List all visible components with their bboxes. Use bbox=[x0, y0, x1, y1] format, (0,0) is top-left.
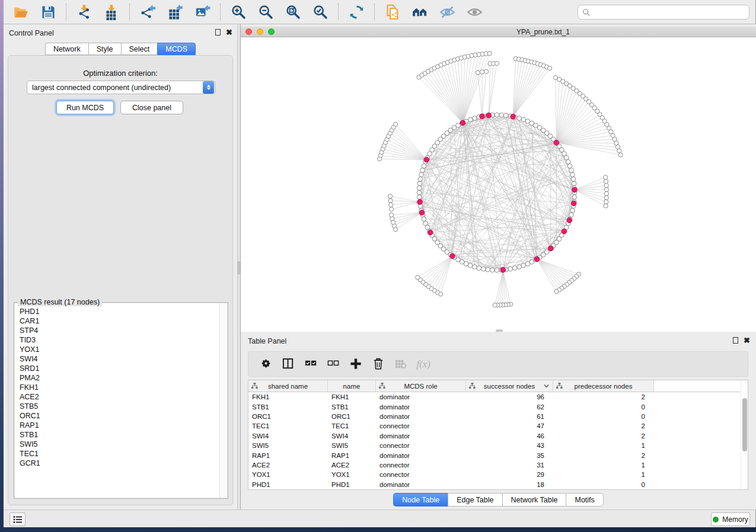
tab-style[interactable]: Style bbox=[88, 43, 121, 55]
result-node-item[interactable]: STB5 bbox=[20, 402, 227, 411]
column-header-predecessor_nodes[interactable]: predecessor nodes bbox=[553, 380, 654, 392]
table-row[interactable]: SWI5SWI5connector431 bbox=[248, 441, 748, 450]
cell-name: TEC1 bbox=[328, 422, 376, 430]
result-node-item[interactable]: PMA2 bbox=[20, 373, 227, 383]
export-network-icon[interactable] bbox=[137, 2, 158, 21]
result-node-item[interactable]: SWI4 bbox=[20, 354, 227, 364]
table-row[interactable]: RAP1RAP1dominator352 bbox=[248, 450, 748, 460]
float-table-panel-icon[interactable] bbox=[733, 337, 738, 344]
task-history-button[interactable] bbox=[9, 512, 25, 526]
mcds-result-title: MCDS result (17 nodes) bbox=[18, 298, 102, 306]
first-neighbors-icon[interactable] bbox=[409, 2, 430, 21]
tab-select[interactable]: Select bbox=[121, 43, 158, 55]
cell-predecessor_nodes: 1 bbox=[553, 442, 654, 449]
import-table-icon[interactable] bbox=[101, 2, 122, 21]
memory-status-icon bbox=[713, 517, 719, 523]
show-all-icon[interactable] bbox=[464, 2, 485, 21]
run-mcds-button[interactable]: Run MCDS bbox=[56, 101, 114, 114]
cell-successor_nodes: 47 bbox=[466, 422, 553, 430]
tab-motifs[interactable]: Motifs bbox=[566, 493, 603, 507]
result-node-item[interactable]: TID3 bbox=[20, 335, 227, 345]
criterion-dropdown[interactable]: largest connected component (undirected) bbox=[27, 81, 215, 94]
zoom-out-icon[interactable] bbox=[255, 2, 276, 21]
window-minimize-light[interactable] bbox=[257, 28, 263, 35]
close-panel-button[interactable]: Close panel bbox=[120, 101, 183, 114]
column-header-shared_name[interactable]: shared name bbox=[248, 380, 328, 392]
result-node-item[interactable]: PHD1 bbox=[20, 307, 227, 316]
cell-predecessor_nodes: 2 bbox=[553, 422, 654, 430]
table-row[interactable]: YOX1YOX1connector291 bbox=[248, 470, 748, 479]
tab-network-table[interactable]: Network Table bbox=[502, 493, 566, 507]
tab-mcds[interactable]: MCDS bbox=[157, 43, 196, 55]
table-scrollbar[interactable] bbox=[741, 380, 748, 489]
result-node-item[interactable]: STP4 bbox=[20, 326, 227, 335]
export-image-icon[interactable] bbox=[192, 2, 213, 21]
window-close-light[interactable] bbox=[245, 28, 252, 35]
node-table: shared namenameMCDS rolesuccessor nodesp… bbox=[248, 380, 748, 490]
result-node-item[interactable]: STB1 bbox=[20, 430, 227, 440]
import-network-icon[interactable] bbox=[74, 2, 95, 21]
table-row[interactable]: ACE2ACE2connector311 bbox=[248, 460, 748, 470]
result-node-item[interactable]: SWI5 bbox=[20, 440, 227, 449]
table-settings-icon[interactable] bbox=[257, 356, 275, 373]
cell-shared_name: SWI5 bbox=[248, 442, 328, 449]
table-row[interactable]: SWI4SWI4dominator462 bbox=[248, 431, 748, 441]
close-table-panel-icon[interactable]: ✖ bbox=[744, 337, 750, 344]
zoom-in-icon[interactable] bbox=[228, 2, 249, 21]
network-view-titlebar: YPA_prune.txt_1 bbox=[241, 27, 756, 37]
table-row[interactable]: ORC1ORC1dominator610 bbox=[248, 412, 748, 421]
add-row-icon[interactable] bbox=[347, 356, 365, 373]
network-canvas[interactable] bbox=[241, 37, 756, 332]
result-node-item[interactable]: GCR1 bbox=[20, 459, 227, 468]
hide-selected-icon[interactable] bbox=[436, 2, 458, 21]
table-row[interactable]: STB1STB1dominator620 bbox=[248, 402, 748, 411]
result-node-item[interactable]: ORC1 bbox=[20, 411, 227, 421]
select-all-icon[interactable] bbox=[302, 356, 320, 373]
table-panel: Table Panel ✖ f(x) shared namenameMCDS r… bbox=[241, 332, 756, 509]
toggle-columns-icon[interactable] bbox=[279, 356, 297, 373]
delete-row-icon[interactable] bbox=[369, 356, 387, 373]
zoom-fit-icon[interactable] bbox=[282, 2, 304, 21]
column-header-successor_nodes[interactable]: successor nodes bbox=[466, 380, 553, 392]
result-node-item[interactable]: TEC1 bbox=[20, 449, 227, 459]
memory-button[interactable]: Memory bbox=[711, 512, 750, 526]
result-node-item[interactable]: SRD1 bbox=[20, 364, 227, 373]
cell-name: SWI4 bbox=[328, 432, 376, 440]
table-row[interactable]: PHD1PHD1dominator180 bbox=[248, 480, 748, 489]
table-scrollbar-thumb[interactable] bbox=[742, 398, 747, 451]
result-node-item[interactable]: ACE2 bbox=[20, 392, 227, 402]
duplicate-network-icon[interactable] bbox=[382, 2, 403, 21]
app-window: Control Panel ✖ NetworkStyleSelectMCDS O… bbox=[4, 0, 756, 527]
result-node-item[interactable]: FKH1 bbox=[20, 383, 227, 392]
open-session-icon[interactable] bbox=[10, 2, 31, 21]
apply-function-icon: f(x) bbox=[414, 356, 432, 373]
export-table-icon[interactable] bbox=[164, 2, 186, 21]
result-node-item[interactable]: YOX1 bbox=[20, 345, 227, 354]
tab-network[interactable]: Network bbox=[45, 43, 88, 55]
mcds-result-list[interactable]: PHD1CAR1STP4TID3YOX1SWI4SRD1PMA2FKH1ACE2… bbox=[15, 303, 227, 498]
search-input[interactable] bbox=[591, 7, 749, 18]
zoom-selected-icon[interactable] bbox=[310, 2, 331, 21]
tab-edge-table[interactable]: Edge Table bbox=[448, 493, 502, 507]
right-area: YPA_prune.txt_1 Table Panel ✖ f(x) share… bbox=[241, 24, 756, 509]
table-row[interactable]: FKH1FKH1dominator962 bbox=[248, 392, 748, 402]
result-node-item[interactable]: CAR1 bbox=[20, 316, 227, 326]
refresh-view-icon[interactable] bbox=[346, 2, 367, 21]
tab-node-table[interactable]: Node Table bbox=[393, 493, 448, 507]
window-maximize-light[interactable] bbox=[268, 28, 275, 35]
save-session-icon[interactable] bbox=[37, 2, 59, 21]
deselect-all-icon[interactable] bbox=[324, 356, 342, 373]
mcds-result-scrollbar[interactable] bbox=[219, 303, 227, 498]
float-panel-icon[interactable] bbox=[215, 29, 221, 36]
toolbar-separator bbox=[338, 4, 339, 20]
cell-predecessor_nodes: 0 bbox=[553, 413, 654, 420]
close-panel-icon[interactable]: ✖ bbox=[226, 29, 232, 36]
cell-name: ACE2 bbox=[328, 462, 376, 469]
column-header-mcds_role[interactable]: MCDS role bbox=[376, 380, 466, 392]
table-panel-title: Table Panel bbox=[248, 337, 286, 345]
result-node-item[interactable]: RAP1 bbox=[20, 421, 227, 430]
search-field[interactable] bbox=[578, 5, 749, 20]
column-header-name[interactable]: name bbox=[328, 380, 376, 392]
table-row[interactable]: TEC1TEC1connector472 bbox=[248, 421, 748, 431]
splitter-grip[interactable] bbox=[238, 261, 240, 274]
